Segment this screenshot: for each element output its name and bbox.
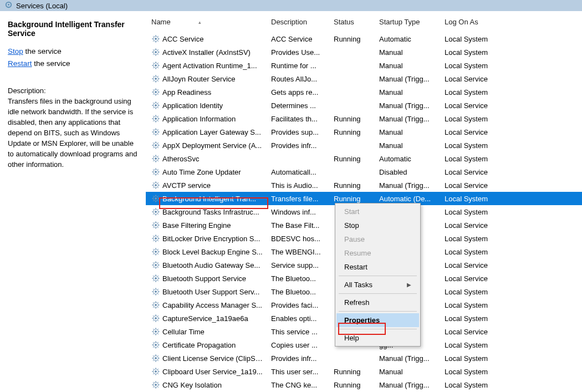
services-list: Name ▴ Description Status Startup Type L… <box>146 11 582 392</box>
service-description: This user ser... <box>268 366 330 377</box>
service-row[interactable]: Client License Service (ClipSV...Provide… <box>146 352 582 365</box>
gear-icon <box>151 48 160 57</box>
description-label: Description: <box>8 86 138 95</box>
service-name: Bluetooth Audio Gateway Se... <box>162 261 260 269</box>
service-logon: Local Service <box>441 273 513 284</box>
service-row[interactable]: Application IdentityDetermines ...Manual… <box>146 99 582 112</box>
stop-service-line: Stop the service <box>8 45 138 58</box>
service-status <box>330 64 376 67</box>
service-logon: Local System <box>441 366 513 377</box>
service-logon: Local System <box>441 313 513 324</box>
menu-item-help[interactable]: Help <box>336 331 419 345</box>
service-status <box>330 104 376 106</box>
service-name: Clipboard User Service_1a19... <box>162 368 263 376</box>
restart-service-link[interactable]: Restart <box>8 59 32 68</box>
service-row[interactable]: ACC ServiceACC ServiceRunningAutomaticLo… <box>146 32 582 45</box>
service-logon: Local Service <box>441 180 513 191</box>
service-name: Auto Time Zone Updater <box>162 168 241 176</box>
service-logon: Local System <box>441 380 513 390</box>
service-row[interactable]: Application Layer Gateway S...Provides s… <box>146 125 582 139</box>
service-status: Running <box>330 194 376 204</box>
menu-item-restart[interactable]: Restart <box>336 260 419 274</box>
svg-point-53 <box>155 371 157 373</box>
service-startup: Manual (Trigg... <box>376 74 441 84</box>
menu-item-all-tasks[interactable]: All Tasks ▶ <box>336 278 419 292</box>
service-name: Client License Service (ClipSV... <box>162 354 264 363</box>
service-status <box>330 91 376 93</box>
menu-separator <box>339 311 417 312</box>
gear-icon <box>151 101 160 110</box>
service-description: The Base Filt... <box>268 220 330 231</box>
service-row[interactable]: Agent Activation Runtime_1...Runtime for… <box>146 59 582 72</box>
svg-point-19 <box>155 145 157 146</box>
gear-icon <box>151 154 160 163</box>
service-description: BDESVC hos... <box>268 233 330 244</box>
service-status <box>330 78 376 80</box>
stop-service-link[interactable]: Stop <box>8 47 23 55</box>
svg-point-5 <box>155 52 157 53</box>
service-name: Capability Access Manager S... <box>162 301 262 309</box>
service-row[interactable]: ActiveX Installer (AxInstSV)Provides Use… <box>146 45 582 59</box>
service-logon: Local System <box>441 247 513 257</box>
svg-point-43 <box>155 304 157 306</box>
detail-panel: Background Intelligent Transfer Service … <box>0 11 146 392</box>
context-menu: Start Stop Pause Resume Restart All Task… <box>335 203 421 347</box>
column-header-description[interactable]: Description <box>268 17 330 27</box>
service-name: AVCTP service <box>162 181 211 190</box>
service-startup: Manual (Trigg... <box>376 180 441 191</box>
service-name: CaptureService_1a19ae6a <box>162 314 248 323</box>
gear-icon <box>151 181 160 190</box>
svg-point-41 <box>155 291 157 293</box>
service-logon: Local System <box>441 300 513 310</box>
service-startup: Manual (Trigg... <box>376 114 441 124</box>
service-row[interactable]: Auto Time Zone UpdaterAutomaticall...Dis… <box>146 165 582 179</box>
service-row[interactable]: App ReadinessGets apps re...ManualLocal … <box>146 85 582 99</box>
service-description: The WBENGI... <box>268 247 330 257</box>
service-row[interactable]: AllJoyn Router ServiceRoutes AllJo...Man… <box>146 72 582 85</box>
service-logon: Local Service <box>441 74 513 84</box>
gear-icon <box>151 301 160 309</box>
menu-item-pause[interactable]: Pause <box>336 232 419 246</box>
service-name: Agent Activation Runtime_1... <box>162 62 257 70</box>
service-startup: Manual <box>376 60 441 71</box>
gear-icon <box>151 221 160 230</box>
selected-service-title: Background Intelligent Transfer Service <box>8 20 138 38</box>
service-description: The CNG ke... <box>268 380 330 390</box>
column-header-name[interactable]: Name ▴ <box>146 17 268 27</box>
service-row[interactable]: CNG Key IsolationThe CNG ke...RunningMan… <box>146 378 582 391</box>
service-logon: Local System <box>441 233 513 244</box>
gear-icon <box>151 287 160 296</box>
service-row[interactable]: Clipboard User Service_1a19...This user … <box>146 365 582 378</box>
menu-separator <box>339 276 417 276</box>
service-logon: Local System <box>441 60 513 71</box>
service-name: Certificate Propagation <box>162 341 236 349</box>
service-name: Background Tasks Infrastruc... <box>162 208 259 216</box>
service-status: Running <box>330 366 376 377</box>
column-header-status[interactable]: Status <box>330 17 376 27</box>
service-row[interactable]: Application InformationFacilitates th...… <box>146 112 582 125</box>
service-startup: Manual (Trigg... <box>376 100 441 111</box>
service-row[interactable]: AtherosSvcRunningAutomaticLocal System <box>146 152 582 165</box>
column-header-startup[interactable]: Startup Type <box>376 17 441 27</box>
menu-item-stop[interactable]: Stop <box>336 218 419 232</box>
menu-item-resume[interactable]: Resume <box>336 246 419 260</box>
service-status: Running <box>330 127 376 138</box>
service-row[interactable]: AVCTP serviceThis is Audio...RunningManu… <box>146 179 582 192</box>
menu-item-properties[interactable]: Properties <box>336 313 419 327</box>
service-description: Copies user ... <box>268 340 330 350</box>
gear-icon <box>151 327 160 336</box>
svg-point-39 <box>155 278 157 279</box>
service-logon: Local Service <box>441 100 513 111</box>
svg-point-33 <box>155 238 157 240</box>
menu-item-refresh[interactable]: Refresh <box>336 296 419 309</box>
column-header-logon[interactable]: Log On As <box>441 17 513 27</box>
service-startup: Manual (Trigg... <box>376 380 441 390</box>
menu-item-start[interactable]: Start <box>336 205 419 218</box>
service-name: App Readiness <box>162 88 211 96</box>
service-logon: Local System <box>441 207 513 217</box>
service-description <box>268 157 330 160</box>
service-description: This service ... <box>268 327 330 337</box>
service-row[interactable]: AppX Deployment Service (A...Provides in… <box>146 139 582 152</box>
service-description: This is Audio... <box>268 180 330 191</box>
service-startup: Manual <box>376 140 441 151</box>
